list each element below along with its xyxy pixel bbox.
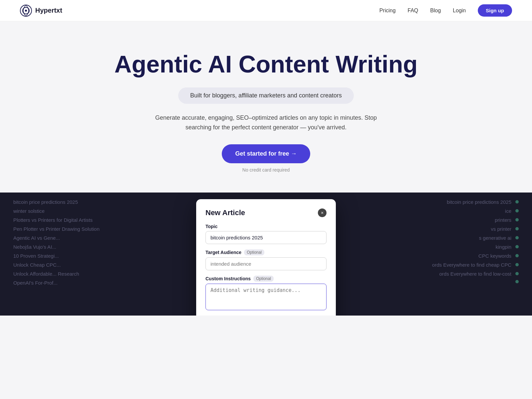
modal-header: New Article × <box>205 208 327 217</box>
audience-input[interactable] <box>205 257 327 270</box>
logo[interactable]: Hypertxt <box>20 5 62 17</box>
nav-login[interactable]: Login <box>453 8 466 14</box>
nav-faq[interactable]: FAQ <box>408 8 418 14</box>
modal-title: New Article <box>205 208 245 217</box>
modal-close-button[interactable]: × <box>318 208 327 217</box>
navbar: Hypertxt Pricing FAQ Blog Login Sign up <box>0 0 532 21</box>
logo-icon <box>20 5 32 17</box>
demo-section: bitcoin price predictions 2025 winter so… <box>0 193 532 316</box>
instructions-textarea[interactable] <box>205 284 327 310</box>
instructions-label: Custom Instructions Optional <box>205 276 327 282</box>
hero-note: No credit card required <box>13 167 519 173</box>
topic-field-group: Topic <box>205 224 327 244</box>
topic-label: Topic <box>205 224 327 229</box>
hero-description: Generate accurate, engaging, SEO–optimiz… <box>150 113 382 132</box>
hero-section: Agentic AI Content Writing Built for blo… <box>0 21 532 193</box>
nav-links: Pricing FAQ Blog Login Sign up <box>379 4 512 17</box>
audience-optional-badge: Optional <box>244 249 264 255</box>
nav-blog[interactable]: Blog <box>430 8 441 14</box>
instructions-field-group: Custom Instructions Optional <box>205 276 327 312</box>
svg-point-2 <box>25 10 27 12</box>
new-article-modal: New Article × Topic Target Audience Opti… <box>196 199 336 316</box>
nav-pricing[interactable]: Pricing <box>379 8 396 14</box>
audience-field-group: Target Audience Optional <box>205 249 327 270</box>
cta-button[interactable]: Get started for free → <box>222 144 310 163</box>
logo-text: Hypertxt <box>35 7 62 14</box>
audience-label: Target Audience Optional <box>205 249 327 255</box>
instructions-optional-badge: Optional <box>253 276 274 282</box>
signup-button[interactable]: Sign up <box>478 4 512 17</box>
modal-overlay: New Article × Topic Target Audience Opti… <box>0 193 532 316</box>
hero-title: Agentic AI Content Writing <box>13 51 519 77</box>
topic-input[interactable] <box>205 231 327 244</box>
hero-badge: Built for bloggers, affiliate marketers … <box>178 87 354 104</box>
